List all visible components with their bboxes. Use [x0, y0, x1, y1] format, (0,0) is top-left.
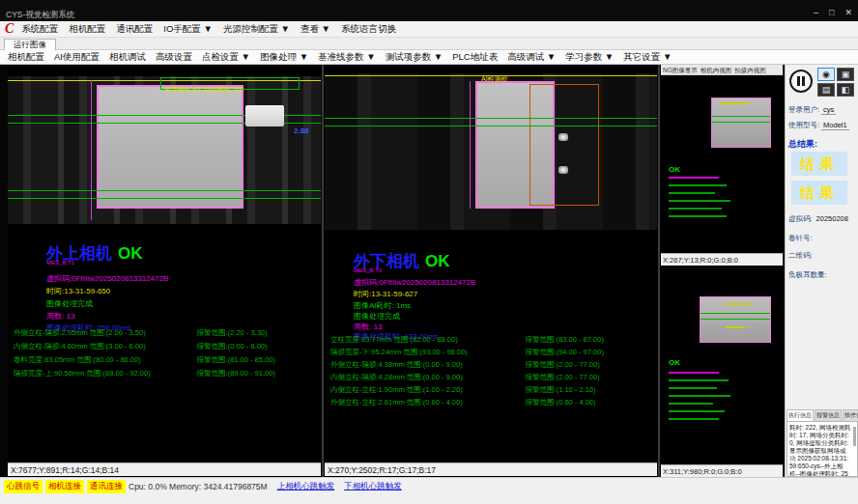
micro-text-line [669, 403, 713, 405]
preview-lower[interactable]: OK X:311;Y:980;R:0;G:0;B:0 [661, 269, 783, 477]
measurement-text: 隔膜宽度-上:90.56mm 范围:(88.00 - 92.00) [14, 369, 197, 378]
overlay-mark [720, 102, 749, 104]
log-output[interactable]: 耗时: 222, 网络检测耗时: 17, 网络分类耗时: 0, 网络提取分类耗时… [786, 421, 858, 477]
tool-advanced-debug[interactable]: 高级调试 ▼ [507, 51, 556, 64]
camera-button[interactable]: ◉ [817, 68, 835, 81]
settings-button[interactable]: ▤ [817, 83, 835, 97]
menu-language-switch[interactable]: 系统语言切换 [341, 23, 396, 36]
camera-view-upper[interactable]: 灰度阈值:93, 动态阈值:100 2.88 外上相机OK MES_B:T1 虚… [8, 65, 321, 477]
tool-test-params[interactable]: 测试项参数 ▼ [386, 51, 443, 64]
camera-image-lower[interactable]: AI检测框 [325, 73, 657, 230]
pixel-coordinates-bar: X:7677;Y:891;R:14;G:14;B:14 [8, 462, 321, 476]
virtual-barcode-label: 虚拟码: [788, 214, 813, 223]
model-label: 使用型号: [788, 121, 819, 129]
micro-text-line [669, 418, 719, 420]
micro-text-line [669, 177, 719, 179]
side-panel: ◉ ▣ ▤ ◧ 登录用户:cys 使用型号:Model1 总结果: 结果 结果 … [785, 65, 858, 477]
micro-text-line [669, 215, 727, 217]
micro-text-line [669, 395, 730, 397]
tool-camera-config[interactable]: 相机配置 [8, 51, 44, 64]
highlight-spot [558, 166, 568, 174]
toolbar: 相机配置 AI使用配置 相机调试 高级设置 点检设置 ▼ 图像处理 ▼ 基准线参… [0, 50, 858, 65]
display-button[interactable]: ◧ [837, 83, 854, 97]
camera-image-upper[interactable]: 灰度阈值:93, 动态阈值:100 2.88 [8, 76, 321, 224]
micro-text-line [669, 200, 730, 202]
micro-text-line [669, 379, 729, 381]
tool-learning-params[interactable]: 学习参数 ▼ [565, 51, 614, 64]
measure-line [701, 319, 770, 320]
model-value[interactable]: Model1 [821, 121, 849, 130]
alarm-range-text: 报警范围:(2.20 - 3.30) [197, 328, 319, 338]
measurement-row: 卷料宽度:83.05mm 范围:(80.00 - 86.00) 报警范围:(81… [14, 355, 319, 365]
camera-view-lower[interactable]: AI检测框 外下相机OK MES_B:T0 虚拟码:0FfIIiw2025020… [325, 65, 657, 477]
measure-line [325, 118, 657, 119]
anode-tab-count-field: 负极耳数量: [788, 270, 856, 280]
app-logo-icon: C [5, 21, 14, 37]
measurement-row: 隔膜宽度-下:95.24mm 范围:(93.00 - 98.00) 报警范围:(… [330, 348, 655, 357]
total-result-label: 总结果: [788, 138, 817, 151]
snapshot-icon: ▣ [842, 70, 850, 79]
close-icon[interactable]: ✕ [844, 8, 852, 17]
measure-line [712, 116, 770, 117]
model-field: 使用型号:Model1 [788, 121, 856, 130]
time-line: 时间:13-31-59-650 [46, 286, 110, 296]
measurement-text: 卷料宽度:83.05mm 范围:(80.00 - 86.00) [14, 355, 197, 365]
maximize-icon[interactable]: □ [829, 8, 834, 17]
tool-image-processing[interactable]: 图像处理 ▼ [260, 51, 308, 64]
menu-camera-config[interactable]: 相机配置 [69, 23, 105, 36]
heartbeat-status-badge: 心跳信号 [4, 480, 43, 493]
tool-advanced-settings[interactable]: 高级设置 [156, 51, 192, 64]
menu-light-config[interactable]: 光源控制配置 ▼ [223, 23, 290, 36]
tool-other-settings[interactable]: 其它设置 ▼ [623, 51, 672, 64]
menu-io-config[interactable]: IO手配置 ▼ [163, 23, 213, 36]
micro-text-line [669, 192, 715, 194]
pause-button[interactable] [789, 70, 813, 93]
tool-spot-check[interactable]: 点检设置 ▼ [202, 51, 250, 64]
preview-ok-label: OK [669, 165, 680, 174]
measurement-row: 外侧立柱-隔膜:2.95mm 范围:(2.00 - 3.50) 报警范围:(2.… [14, 328, 319, 338]
display-icon: ◧ [842, 85, 850, 95]
upper-camera-heartbeat-link[interactable]: 上相机心跳触发 [277, 481, 335, 492]
menu-comm-config[interactable]: 通讯配置 [116, 23, 153, 36]
main-area: 灰度阈值:93, 动态阈值:100 2.88 外上相机OK MES_B:T1 虚… [0, 65, 858, 477]
login-user-value[interactable]: cys [821, 105, 836, 115]
preview-tab-ng[interactable]: NG图像显示 [663, 65, 698, 74]
time-line: 时间:13-31-59-627 [354, 289, 417, 299]
tab-run-image[interactable]: 运行图像 [4, 39, 56, 50]
micro-text-line [669, 372, 719, 374]
tool-ai-config[interactable]: AI使用配置 [54, 51, 100, 64]
panel-button-grid: ◉ ▣ ▤ ◧ [817, 68, 854, 97]
measure-line [8, 190, 321, 191]
menu-system-config[interactable]: 系统配置 [21, 23, 58, 36]
pause-icon [797, 76, 805, 86]
minimize-icon[interactable]: – [814, 8, 818, 17]
tool-camera-debug[interactable]: 相机调试 [109, 51, 146, 64]
preview-upper[interactable]: OK X:267;Y:13;R:0;G:0;B:0 [661, 76, 783, 266]
statusbar: 心跳信号 相机连接 通讯连接 Cpu: 0.0% Memory: 3424.41… [0, 477, 858, 504]
alarm-range-text: 报警范围:(94.00 - 97.00) [526, 348, 655, 357]
menu-view[interactable]: 查看 ▼ [300, 23, 330, 36]
separator [658, 65, 660, 477]
measurement-text: 立柱宽度:83.77mm 范围:(82.00 - 88.00) [330, 335, 526, 345]
measurement-text: 隔膜宽度-下:95.24mm 范围:(93.00 - 98.00) [330, 348, 526, 357]
lower-camera-heartbeat-link[interactable]: 下相机心跳触发 [344, 481, 402, 492]
alarm-range-text: 报警范围:(89.00 - 91.00) [197, 369, 319, 378]
camera-icon: ◉ [822, 70, 830, 79]
settings-icon: ▤ [822, 85, 831, 95]
log-scrollbar[interactable] [853, 427, 856, 446]
measurement-text: 外侧立柱-隔膜:2.95mm 范围:(2.00 - 3.50) [14, 328, 197, 338]
virtual-barcode-field: 虚拟码:20250208 [788, 214, 856, 224]
overlay-mark [726, 303, 751, 305]
window-title: CYS-视觉检测系统 [6, 10, 74, 21]
tool-baseline-params[interactable]: 基准线参数 ▼ [318, 51, 376, 64]
mes-status-label: MES_B:T1 [46, 260, 74, 266]
preview-image [700, 296, 771, 343]
comm-connect-badge: 通讯连接 [87, 480, 126, 493]
preview-tab-inner-view[interactable]: 相机内视图 [701, 65, 732, 74]
titlebar: CYS-视觉检测系统 – □ ✕ [0, 0, 858, 21]
gray-value-label: 2.88 [294, 126, 309, 135]
tool-plc-address[interactable]: PLC地址表 [452, 51, 498, 64]
cpu-memory-status: Cpu: 0.0% Memory: 3424.41796875M [129, 482, 268, 491]
preview-tab-capture-view[interactable]: 拍摄内视图 [734, 65, 766, 74]
snapshot-button[interactable]: ▣ [837, 68, 854, 81]
